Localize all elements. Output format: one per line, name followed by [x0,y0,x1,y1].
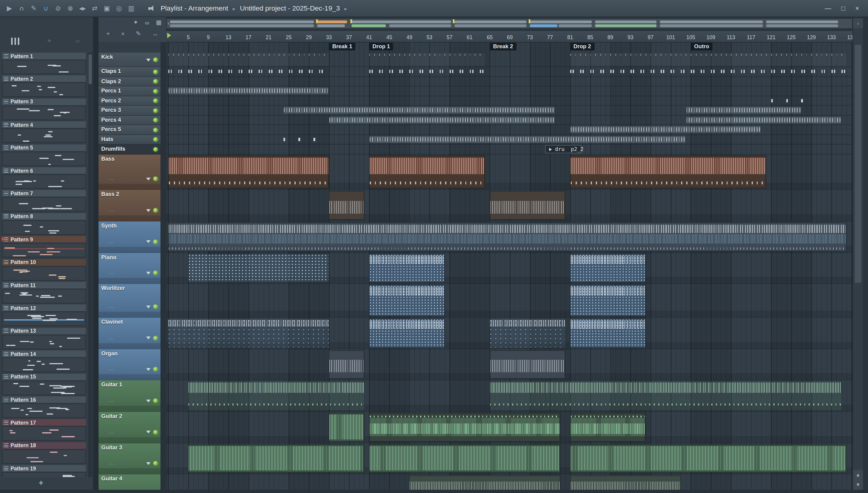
clip-percs-1[interactable] [168,87,329,94]
zoom-icon[interactable]: ◎ [113,4,125,12]
wand-icon[interactable]: ✦ [46,37,52,45]
pattern-item[interactable]: Pattern 19 [2,465,86,477]
clip-bass-2[interactable] [490,191,565,220]
track-enable-led[interactable] [153,128,158,132]
timeline-marker[interactable]: Break 1 [329,42,355,50]
pattern-item[interactable]: Pattern 13 [2,327,86,349]
track-enable-led[interactable] [153,239,158,244]
clip-clavinet[interactable] [570,319,646,347]
vertical-scrollbar[interactable]: › ▲ ▼ [853,18,863,490]
add-pattern-button[interactable]: + [39,478,43,487]
track-enable-led[interactable] [153,367,158,371]
add-icon[interactable]: + [106,30,110,37]
track-header-claps-2[interactable]: Claps 2 [99,77,161,86]
pattern-picker-icon[interactable] [11,38,20,45]
close-button[interactable]: × [855,4,859,12]
track-header-synth[interactable]: Synth... [99,221,161,253]
track-enable-led[interactable] [153,399,158,403]
link-icon[interactable]: ∞ [145,19,149,26]
scroll-down-button[interactable]: ▼ [853,480,863,490]
pattern-item[interactable]: Pattern 10 [2,259,86,281]
track-enable-led[interactable] [153,430,158,434]
track-header-guitar-1[interactable]: Guitar 1... [99,380,161,412]
track-enable-led[interactable] [153,208,158,213]
clip-percs-4[interactable] [329,116,555,124]
track-options-dots[interactable]: ... [108,429,114,434]
track-enable-led[interactable] [153,108,158,113]
track-enable-led[interactable] [153,461,158,466]
track-header-kick[interactable]: Kick [99,52,161,67]
scrollbar-thumb[interactable] [855,45,861,283]
dragged-clip-label[interactable]: dru p2_2 [545,145,581,153]
track-header-bass-2[interactable]: Bass 2... [99,190,161,221]
maximize-button[interactable]: □ [841,4,845,12]
clip-guitar-3[interactable] [369,444,560,473]
scroll-up-button[interactable]: ▲ [853,470,863,480]
timeline-marker[interactable]: Drop 1 [369,42,393,50]
timeline-ruler[interactable]: 5913172125293337414549535761656973778185… [166,31,853,43]
magnet-icon[interactable]: ∪ [40,4,52,12]
track-header-clavinet[interactable]: Clavinet... [99,318,161,349]
track-header-guitar-3[interactable]: Guitar 3... [99,443,161,474]
no-snap-icon[interactable]: ⊘ [52,4,64,12]
pattern-item[interactable]: Pattern 8 [2,213,86,235]
mute-icon[interactable]: ⊗ [64,4,76,12]
timeline-marker[interactable]: Drop 2 [570,42,594,50]
track-enable-led[interactable] [153,79,158,84]
track-dropdown-icon[interactable] [146,305,151,308]
clip-organ[interactable] [329,350,364,379]
track-dropdown-icon[interactable] [146,368,151,371]
track-header-piano[interactable]: Piano... [99,253,161,284]
track-options-dots[interactable]: ... [108,303,114,309]
pattern-list-scrollbar[interactable] [88,52,92,477]
pattern-item[interactable]: Pattern 1 [2,52,86,74]
delete-icon[interactable]: × [121,30,125,37]
track-options-dots[interactable]: ... [108,460,114,465]
track-lane-drumfills[interactable] [166,144,853,154]
resize-icon[interactable]: ↔ [152,30,158,37]
playlist-grid[interactable]: Break 1Drop 1Break 2Drop 2Outrodru p2_2 [166,42,853,490]
full-view-icon[interactable]: ▣ [101,4,113,12]
clip-percs-2[interactable] [771,97,806,105]
play-icon[interactable]: ▶ [3,4,15,12]
step-arrows-icon[interactable]: ◂▸ [76,4,88,12]
clip-guitar-2[interactable] [369,413,560,442]
track-header-claps-1[interactable]: Claps 1 [99,67,161,77]
track-options-dots[interactable]: ... [108,270,114,275]
clip-bass[interactable] [369,155,485,188]
track-lane-claps-2[interactable] [166,77,853,86]
track-dropdown-icon[interactable] [146,272,151,274]
track-options-dots[interactable]: ... [108,366,114,371]
track-enable-led[interactable] [153,99,158,103]
track-enable-led[interactable] [153,336,158,340]
track-dropdown-icon[interactable] [146,431,151,433]
track-enable-led[interactable] [153,177,158,181]
track-dropdown-icon[interactable] [146,399,151,402]
track-options-dots[interactable]: ... [108,207,114,212]
pattern-item[interactable]: Pattern 17 [2,419,86,441]
scroll-left-icon[interactable]: ‹ [168,20,170,26]
clip-clavinet[interactable] [490,319,565,347]
track-header-percs-5[interactable]: Percs 5 [99,125,161,135]
clip-percs-3[interactable] [686,106,801,114]
track-options-dots[interactable]: ... [108,175,114,181]
scrollbar-thumb[interactable] [89,54,92,84]
track-header-organ[interactable]: Organ... [99,349,161,380]
track-options-dots[interactable]: ... [108,398,114,403]
clip-claps-1[interactable] [369,67,485,75]
pattern-item[interactable]: Pattern 7 [2,190,86,212]
minimize-button[interactable]: — [825,4,831,12]
clip-kick[interactable] [168,53,329,65]
clip-guitar-1[interactable] [188,382,364,410]
pattern-item[interactable]: Pattern 2 [2,76,86,97]
clip-piano[interactable] [188,254,329,282]
clip-synth[interactable] [168,222,847,251]
pattern-item[interactable]: Pattern 15 [2,373,86,395]
clip-kick[interactable] [570,53,847,65]
track-options-dots[interactable]: ... [108,335,114,340]
track-dropdown-icon[interactable] [146,209,151,212]
track-enable-led[interactable] [153,58,158,62]
pattern-item[interactable]: Pattern 16 [2,396,86,418]
link-icon[interactable]: ∞ [75,37,80,45]
arrangement-minimap[interactable]: ‹ [166,18,853,29]
